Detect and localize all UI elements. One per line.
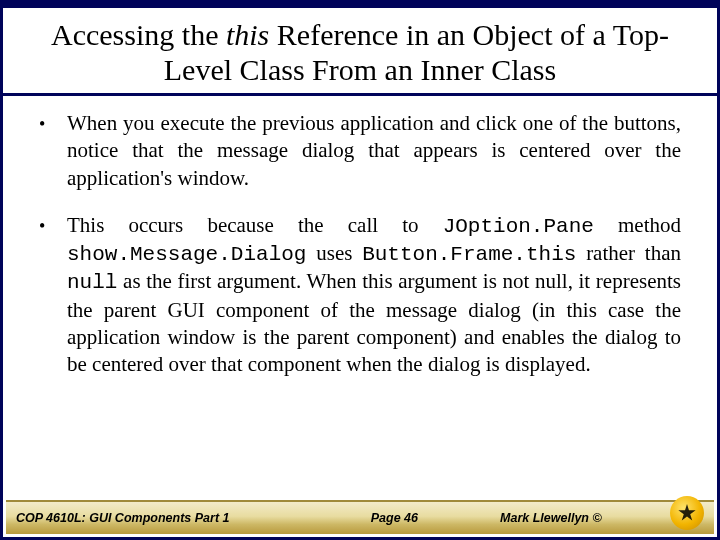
slide-footer: COP 4610L: GUI Components Part 1 Page 46…	[6, 500, 714, 534]
ucf-logo-icon	[670, 496, 704, 530]
text-span: This occurs because the call to	[67, 213, 443, 237]
code-span: Button.Frame.this	[362, 243, 576, 266]
text-span: uses	[306, 241, 362, 265]
pegasus-icon	[678, 504, 696, 522]
code-span: show.Message.Dialog	[67, 243, 306, 266]
footer-right: Mark Llewellyn ©	[470, 511, 704, 525]
title-pre: Accessing the	[51, 18, 226, 51]
footer-center: Page 46	[319, 511, 470, 525]
slide-content: • When you execute the previous applicat…	[3, 96, 717, 379]
code-span: null	[67, 271, 117, 294]
bullet-text: This occurs because the call to JOption.…	[67, 212, 681, 379]
bullet-text: When you execute the previous applicatio…	[67, 110, 681, 192]
bullet-dot: •	[39, 212, 67, 379]
slide: Accessing the this Reference in an Objec…	[0, 0, 720, 540]
slide-title: Accessing the this Reference in an Objec…	[3, 8, 717, 96]
footer-left: COP 4610L: GUI Components Part 1	[16, 511, 319, 525]
title-italic: this	[226, 18, 269, 51]
bullet-item: • This occurs because the call to JOptio…	[39, 212, 681, 379]
bullet-dot: •	[39, 110, 67, 192]
text-span: as the first argument. When this argumen…	[67, 269, 681, 376]
code-span: JOption.Pane	[443, 215, 594, 238]
bullet-item: • When you execute the previous applicat…	[39, 110, 681, 192]
text-span: rather than	[576, 241, 681, 265]
text-span: method	[594, 213, 681, 237]
